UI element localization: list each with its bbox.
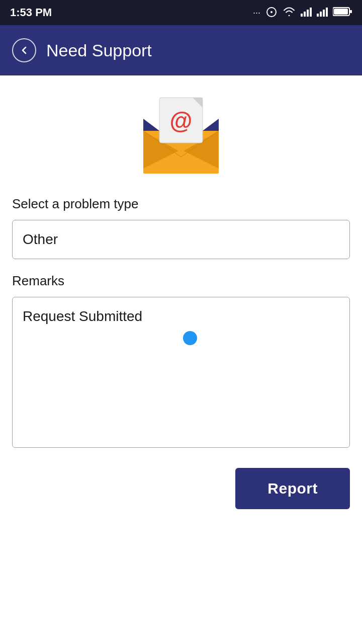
svg-rect-11 (334, 9, 348, 15)
battery-icon (333, 7, 352, 19)
remarks-wrapper: Request Submitted (12, 297, 350, 450)
dots-icon: ··· (253, 8, 260, 18)
page-title: Need Support (46, 41, 152, 60)
svg-rect-7 (320, 12, 322, 17)
status-icons: ··· (253, 6, 352, 20)
network-icon (265, 6, 278, 20)
button-row: Report (12, 468, 350, 509)
signal-icon-2 (317, 7, 328, 19)
svg-rect-4 (307, 10, 309, 17)
problem-type-value: Other (23, 231, 58, 248)
svg-rect-5 (310, 8, 312, 17)
status-time: 1:53 PM (10, 6, 52, 19)
svg-rect-12 (350, 10, 352, 13)
wifi-icon (283, 7, 296, 19)
email-illustration-container: @ (12, 75, 350, 186)
svg-rect-2 (301, 14, 303, 17)
problem-type-dropdown[interactable]: Other (12, 220, 350, 259)
svg-rect-8 (323, 10, 325, 17)
toolbar: Need Support (0, 25, 362, 75)
signal-icon-1 (301, 7, 312, 19)
svg-rect-6 (317, 14, 319, 17)
problem-type-label: Select a problem type (12, 196, 350, 212)
svg-rect-3 (304, 12, 306, 17)
report-button[interactable]: Report (235, 468, 350, 509)
status-bar: 1:53 PM ··· (0, 0, 362, 25)
back-button[interactable] (12, 38, 36, 62)
svg-rect-9 (326, 8, 328, 17)
svg-point-1 (270, 11, 273, 13)
email-icon: @ (133, 91, 229, 176)
remarks-label: Remarks (12, 273, 350, 289)
main-content: @ Select a problem type Other Remarks Re… (0, 75, 362, 644)
cursor-dot (183, 331, 197, 345)
remarks-input[interactable]: Request Submitted (12, 297, 350, 448)
svg-text:@: @ (170, 108, 193, 134)
